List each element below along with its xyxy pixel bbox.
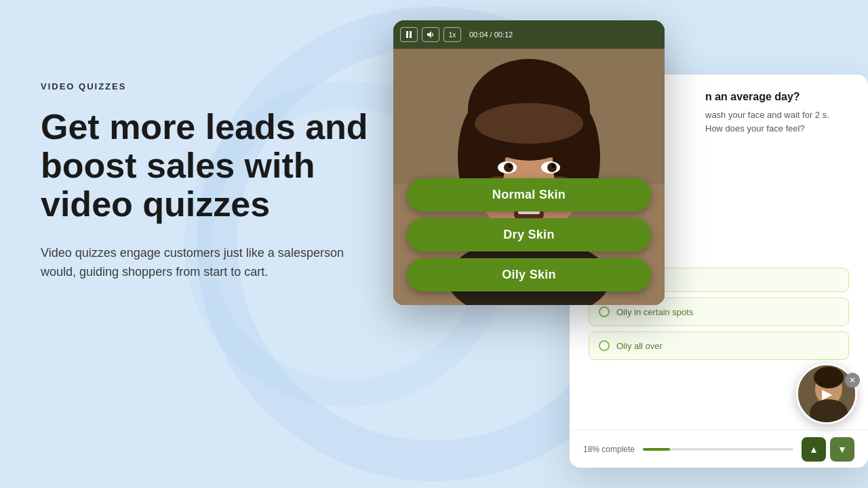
section-label: VIDEO QUIZZES bbox=[41, 81, 393, 92]
answer-oily-skin[interactable]: Oily Skin bbox=[407, 258, 651, 291]
speed-button[interactable]: 1x bbox=[443, 27, 461, 42]
svg-point-20 bbox=[509, 165, 512, 168]
radio-all-over[interactable] bbox=[599, 340, 610, 351]
answer-buttons-container: Normal Skin Dry Skin Oily Skin bbox=[407, 178, 651, 291]
sub-option-label-certain-spots: Oily in certain spots bbox=[616, 307, 693, 317]
nav-up-button[interactable]: ▲ bbox=[802, 437, 826, 462]
volume-button[interactable] bbox=[422, 27, 439, 42]
mini-video-play-icon: ▶ bbox=[822, 386, 832, 402]
progress-area: 18% complete ▲ ▼ bbox=[570, 430, 868, 468]
mini-video-thumbnail[interactable]: ▶ bbox=[796, 363, 857, 424]
progress-bar bbox=[643, 448, 793, 451]
sub-text: Video quizzes engage customers just like… bbox=[41, 243, 353, 283]
main-headline: Get more leads and boost sales with vide… bbox=[41, 108, 393, 224]
svg-marker-6 bbox=[427, 31, 431, 38]
radio-certain-spots[interactable] bbox=[599, 306, 610, 317]
answer-normal-skin[interactable]: Normal Skin bbox=[407, 178, 651, 211]
sub-option-label-all-over: Oily all over bbox=[616, 341, 663, 351]
nav-down-button[interactable]: ▼ bbox=[830, 437, 854, 462]
progress-text: 18% complete bbox=[583, 445, 635, 454]
progress-bar-fill bbox=[643, 448, 670, 451]
svg-point-15 bbox=[475, 103, 583, 144]
pause-button[interactable] bbox=[400, 27, 418, 42]
quiz-question-text: wash your face and wait for 2 s. How doe… bbox=[705, 108, 849, 135]
video-controls-bar: 1x 00:04 / 00:12 bbox=[393, 20, 665, 49]
left-panel: VIDEO QUIZZES Get more leads and boost s… bbox=[41, 81, 393, 282]
right-panel: n an average day? wash your face and wai… bbox=[393, 20, 868, 468]
sub-option-all-over[interactable]: Oily all over bbox=[589, 331, 849, 360]
svg-point-21 bbox=[552, 165, 555, 168]
answer-dry-skin[interactable]: Dry Skin bbox=[407, 218, 651, 251]
svg-rect-5 bbox=[410, 31, 412, 38]
quiz-question-title: n an average day? bbox=[705, 91, 849, 103]
svg-point-19 bbox=[547, 163, 557, 172]
progress-nav-buttons: ▲ ▼ bbox=[802, 437, 854, 462]
mini-video-close-button[interactable]: ✕ bbox=[845, 373, 860, 388]
video-card: 1x 00:04 / 00:12 bbox=[393, 20, 665, 305]
svg-point-18 bbox=[504, 163, 513, 172]
time-display: 00:04 / 00:12 bbox=[469, 30, 513, 39]
svg-rect-4 bbox=[406, 31, 408, 38]
